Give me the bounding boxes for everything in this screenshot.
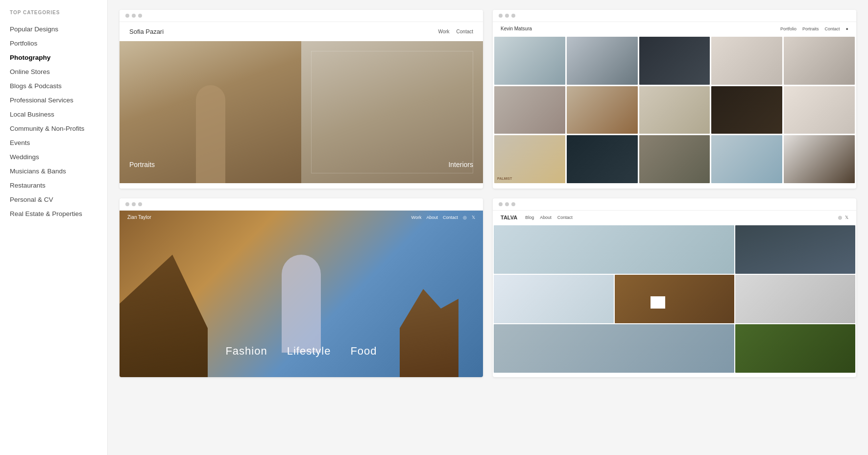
dot-6 [511, 14, 515, 18]
dot-12 [511, 202, 515, 206]
card3-nav-about: About [426, 215, 438, 220]
card1-image-left: Portraits [120, 41, 301, 183]
card4-nav: TALVA Blog About Contact ◎ 𝕏 [493, 211, 856, 224]
grid-photo-15 [784, 135, 855, 183]
grid-photo-7 [567, 86, 638, 134]
house-shape [651, 296, 665, 309]
talva-photo-1 [494, 225, 734, 274]
card2-site-title: Kevin Matsura [501, 26, 532, 31]
card3-label-food: Food [350, 345, 377, 358]
card4-icon-circle: ◎ [838, 215, 842, 220]
grid-photo-12 [567, 135, 638, 183]
card4-site-title: TALVA [501, 215, 517, 220]
sidebar-item-blogs-podcasts[interactable]: Blogs & Podcasts [10, 79, 107, 93]
grid-photo-6 [494, 86, 565, 134]
grid-photo-3 [639, 37, 710, 85]
card1-inner: Sofia Pazari Work Contact Portraits [120, 22, 483, 189]
talva-photo-2 [735, 225, 855, 274]
talva-photo-3 [494, 275, 614, 323]
template-card-kevin-matsura[interactable]: Kevin Matsura Portfolio Portraits Contac… [493, 10, 856, 189]
sidebar-item-weddings[interactable]: Weddings [10, 150, 107, 164]
dot-4 [499, 14, 503, 18]
card3-labels: Fashion Lifestyle Food [120, 345, 483, 358]
sidebar-item-musicians-bands[interactable]: Musicians & Bands [10, 164, 107, 178]
template-card-sofia-pazari[interactable]: Sofia Pazari Work Contact Portraits [120, 10, 483, 189]
card1-header [120, 10, 483, 22]
dot-2 [132, 14, 136, 18]
sidebar-item-restaurants[interactable]: Restaurants [10, 178, 107, 192]
dot-10 [499, 202, 503, 206]
sidebar-item-professional-services[interactable]: Professional Services [10, 93, 107, 107]
card2-nav-links: Portfolio Portraits Contact ● [780, 26, 848, 31]
grid-photo-9 [711, 86, 782, 134]
talva-photo-4 [615, 275, 735, 323]
dot-11 [505, 202, 509, 206]
card3-bg-image: Zian Taylor Work About Contact ◎ 𝕏 Fashi… [120, 211, 483, 377]
card4-icon-bird: 𝕏 [845, 215, 848, 220]
card2-nav-portraits: Portraits [802, 26, 819, 31]
dot-7 [125, 202, 129, 206]
card2-header [493, 10, 856, 22]
card3-nav: Zian Taylor Work About Contact ◎ 𝕏 [120, 211, 483, 224]
sidebar-item-real-estate[interactable]: Real Estate & Properties [10, 207, 107, 221]
card3-header [120, 198, 483, 211]
card1-site-title: Sofia Pazari [129, 28, 164, 35]
card4-content: TALVA Blog About Contact ◎ 𝕏 [493, 211, 856, 377]
card3-label-fashion: Fashion [225, 345, 267, 358]
sidebar-item-personal-cv[interactable]: Personal & CV [10, 192, 107, 207]
sidebar: TOP CATEGORIES Popular Designs Portfolio… [0, 0, 108, 455]
card1-nav: Sofia Pazari Work Contact [120, 22, 483, 41]
grid-photo-2 [567, 37, 638, 85]
dot-5 [505, 14, 509, 18]
figure-silhouette-left [196, 85, 225, 183]
template-card-talva[interactable]: TALVA Blog About Contact ◎ 𝕏 [493, 198, 856, 377]
card4-nav-blog: Blog [525, 215, 534, 220]
sidebar-item-events[interactable]: Events [10, 136, 107, 150]
rock-formation-left [120, 255, 208, 377]
card2-nav-icon: ● [846, 26, 848, 31]
template-card-zian-taylor[interactable]: Zian Taylor Work About Contact ◎ 𝕏 Fashi… [120, 198, 483, 377]
dot-8 [132, 202, 136, 206]
sidebar-item-popular-designs[interactable]: Popular Designs [10, 22, 107, 36]
card2-content: Kevin Matsura Portfolio Portraits Contac… [493, 22, 856, 189]
dot-3 [138, 14, 142, 18]
card2-nav: Kevin Matsura Portfolio Portraits Contac… [493, 22, 856, 35]
grid-photo-5 [784, 37, 855, 85]
card4-nav-links: Blog About Contact [525, 215, 573, 220]
card1-content: Sofia Pazari Work Contact Portraits [120, 22, 483, 189]
dot-9 [138, 202, 142, 206]
figure-silhouette-center [282, 255, 321, 353]
card3-nav-icon2: 𝕏 [472, 215, 475, 220]
talva-photo-5 [735, 275, 855, 323]
talva-photo-7 [735, 324, 855, 373]
card2-nav-portfolio: Portfolio [780, 26, 796, 31]
card3-nav-icon1: ◎ [463, 215, 467, 220]
card4-photo-grid [493, 224, 856, 374]
grid-photo-1 [494, 37, 565, 85]
sidebar-section-title: TOP CATEGORIES [10, 10, 107, 15]
card3-nav-work: Work [411, 215, 422, 220]
card1-nav-work: Work [438, 29, 449, 34]
card2-photo-grid: PALMIST [493, 35, 856, 185]
sidebar-item-community-nonprofits[interactable]: Community & Non-Profits [10, 121, 107, 136]
card1-image-right: Interiors [301, 41, 483, 183]
card4-header [493, 198, 856, 211]
sidebar-item-portfolios[interactable]: Portfolios [10, 36, 107, 50]
card1-left-label: Portraits [129, 161, 155, 168]
card3-label-lifestyle: Lifestyle [287, 345, 331, 358]
sidebar-item-local-business[interactable]: Local Business [10, 107, 107, 121]
grid-photo-10 [784, 86, 855, 134]
card1-nav-links: Work Contact [438, 29, 473, 34]
card2-nav-contact: Contact [825, 26, 840, 31]
rock-formation-right [400, 279, 458, 377]
sidebar-item-photography[interactable]: Photography [10, 50, 107, 65]
card4-nav-about: About [540, 215, 552, 220]
sidebar-item-online-stores[interactable]: Online Stores [10, 65, 107, 79]
card3-content: Zian Taylor Work About Contact ◎ 𝕏 Fashi… [120, 211, 483, 377]
templates-grid: Sofia Pazari Work Contact Portraits [120, 10, 856, 377]
talva-photo-6 [494, 324, 734, 373]
card3-site-title: Zian Taylor [127, 215, 151, 220]
card4-nav-contact: Contact [557, 215, 573, 220]
grid-photo-13 [639, 135, 710, 183]
dot-1 [125, 14, 129, 18]
